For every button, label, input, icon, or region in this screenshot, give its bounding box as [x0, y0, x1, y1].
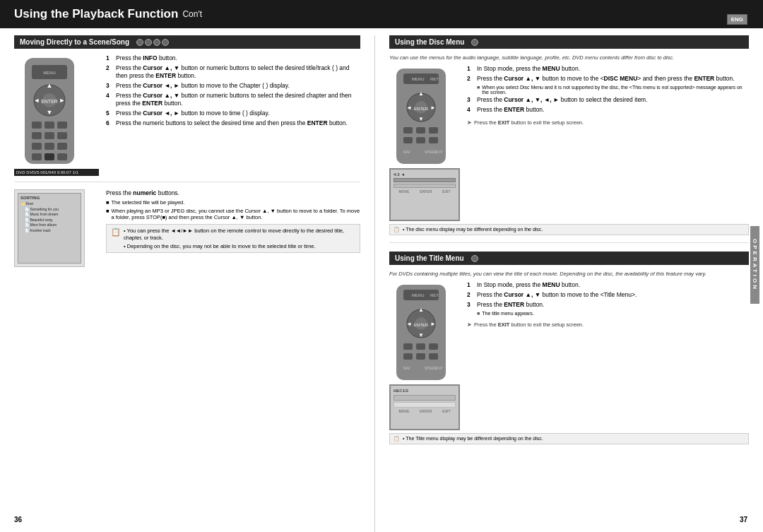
- disc-step-4: 4 Press the ENTER button.: [467, 106, 749, 114]
- svg-rect-34: [416, 127, 425, 134]
- svg-text:►: ►: [430, 321, 436, 327]
- svg-text:▲: ▲: [418, 90, 424, 97]
- page-number-left: 36: [14, 516, 22, 524]
- svg-rect-35: [429, 127, 438, 134]
- sub-inner: SORTING 📁 Root 📄 Something for you 📄 Mus…: [14, 189, 360, 267]
- disc-menu-remote: MENU RET ENTER ▲ ▼ ◄ ►: [389, 65, 453, 164]
- left-remote-column: MENU ENTER ▲ ▼ ◄ ►: [14, 54, 99, 176]
- svg-text:▲: ▲: [418, 307, 424, 313]
- svg-text:◄: ◄: [406, 105, 412, 111]
- disc-tv-label: 4:3 ◄: [394, 172, 456, 177]
- svg-rect-18: [57, 143, 67, 150]
- disc-menu-icon: [471, 39, 478, 46]
- svg-rect-16: [32, 143, 42, 150]
- svg-rect-36: [403, 137, 413, 143]
- title-bullet-text: • The Title menu display may be differen…: [403, 436, 543, 442]
- title-menu-bar-2: [394, 402, 456, 408]
- title-menu-steps: 1 In Stop mode, press the MENU button. 2…: [467, 281, 749, 316]
- svg-text:►: ►: [59, 97, 66, 104]
- step-4: 4 Press the Cursor ▲, ▼ button or numeri…: [106, 92, 360, 107]
- disc-menu-steps: 1 In Stop mode, press the MENU button. 2…: [467, 65, 749, 114]
- svg-text:▼: ▼: [418, 332, 424, 338]
- svg-text:►: ►: [430, 105, 436, 111]
- svg-rect-38: [429, 137, 438, 143]
- right-section: Using the Disc Menu You can use the menu…: [374, 35, 749, 532]
- title-step-3-sub: ■ The title menu appears.: [477, 311, 749, 316]
- title-menu-title: Using the Title Menu: [395, 254, 464, 262]
- sub-note-1: ■ The selected file will be played.: [106, 199, 360, 206]
- dvd-icon: [136, 39, 143, 46]
- note-content: • You can press the ◄◄/►► button on the …: [124, 227, 355, 249]
- left-divider: [14, 182, 360, 182]
- svg-text:MENU: MENU: [412, 293, 425, 297]
- disc-tv-screen: 4:3 ◄ MOVE ENTER EXIT: [389, 168, 460, 221]
- disc-menu-bar-2: [394, 184, 456, 188]
- note-icon: 📋: [111, 227, 121, 249]
- disc-menu-remote-col: MENU RET ENTER ▲ ▼ ◄ ►: [389, 65, 460, 165]
- playback-status: DVD DVD/S 001/040 0:00:07 1/1: [16, 170, 78, 175]
- title-tv-screen: HEC1/2 MOVE ENTER EXIT: [389, 384, 460, 430]
- page-number-right: 37: [740, 516, 747, 524]
- page-title-bar: Using the Playback Function Con't: [0, 0, 763, 28]
- svg-rect-37: [416, 137, 425, 143]
- svg-rect-33: [403, 127, 413, 134]
- page-title-suffix: Con't: [182, 9, 202, 19]
- step-6: 6 Press the numeric buttons to select th…: [106, 119, 360, 127]
- title-bullet-icon: 📋: [394, 436, 400, 442]
- title-menu-intro: For DVDs containing multiple titles, you…: [389, 271, 749, 277]
- svg-rect-58: [429, 353, 438, 360]
- svg-text:◄: ◄: [406, 321, 412, 327]
- sub-note-2: ■ When playing an MP3 or JPEG disc, you …: [106, 208, 360, 220]
- svg-rect-54: [416, 343, 425, 350]
- title-menu-inner: MENU RET ENTER ▲ ▼ ◄ ►: [389, 281, 749, 382]
- eng-badge: ENG: [727, 14, 747, 25]
- svg-rect-57: [416, 353, 425, 360]
- sub-remote-col: SORTING 📁 Root 📄 Something for you 📄 Mus…: [14, 189, 99, 267]
- svg-text:ENTER: ENTER: [41, 99, 58, 104]
- steps-list: 1 Press the INFO button. 2 Press the Cur…: [106, 54, 360, 127]
- disc-step-1: 1 In Stop mode, press the MENU button.: [467, 65, 749, 73]
- disc-step-2: 2 Press the Cursor ▲, ▼ button to move t…: [467, 75, 749, 83]
- operation-badge: OPERATION: [750, 226, 759, 304]
- title-menu-remote-col: MENU RET ENTER ▲ ▼ ◄ ►: [389, 281, 460, 382]
- disc-bullet-note: 📋 • The disc menu display may be differe…: [389, 224, 749, 235]
- svg-rect-13: [32, 132, 42, 139]
- svg-text:▼: ▼: [47, 109, 53, 116]
- remote-illustration: MENU ENTER ▲ ▼ ◄ ►: [14, 54, 85, 167]
- playback-bar: DVD DVD/S 001/040 0:00:07 1/1: [14, 169, 99, 176]
- svg-rect-15: [57, 132, 67, 139]
- disc-menu-title: Using the Disc Menu: [395, 38, 464, 46]
- title-tv-label: HEC1/2: [394, 389, 456, 393]
- svg-text:ENTER: ENTER: [414, 107, 429, 111]
- exit-arrow-icon: ➤: [467, 119, 472, 126]
- svg-rect-14: [45, 132, 54, 139]
- svg-rect-56: [403, 353, 413, 360]
- disc-menu-steps-col: 1 In Stop mode, press the MENU button. 2…: [467, 65, 749, 165]
- title-menu-icon: [471, 255, 478, 262]
- disc-menu-header: Using the Disc Menu: [389, 35, 749, 49]
- dms1-icon: [153, 39, 160, 46]
- disc-step-3: 3 Press the Cursor ▲, ▼, ◄, ► button to …: [467, 96, 749, 104]
- svg-text:MENU: MENU: [412, 77, 425, 81]
- svg-text:MENU: MENU: [43, 71, 56, 75]
- title-menu-steps-col: 1 In Stop mode, press the MENU button. 2…: [467, 281, 749, 382]
- svg-text:▼: ▼: [418, 116, 424, 122]
- disc-menu-bar-1: [394, 178, 456, 182]
- svg-text:RET: RET: [430, 77, 439, 81]
- title-menu-bar-1: [394, 395, 456, 401]
- disc-menu-intro: You can use the menus for the audio lang…: [389, 54, 749, 61]
- svg-text:EXIT: EXIT: [435, 150, 443, 154]
- step-3: 3 Press the Cursor ◄, ► button to move t…: [106, 82, 360, 90]
- left-section: Moving Directly to a Scene/Song MENU: [14, 35, 360, 532]
- disc-step-2-sub: ■ When you select Disc Menu and it is no…: [477, 85, 749, 95]
- sub-label: Press the numeric buttons.: [106, 189, 360, 196]
- svg-rect-53: [403, 343, 413, 350]
- sub-section: SORTING 📁 Root 📄 Something for you 📄 Mus…: [14, 189, 360, 267]
- title-exit-note: ➤ Press the EXIT button to exit the setu…: [467, 321, 749, 328]
- disc-menu-inner: MENU RET ENTER ▲ ▼ ◄ ►: [389, 65, 749, 165]
- title-step-2: 2 Press the Cursor ▲, ▼ button to move t…: [467, 291, 749, 299]
- sub-screen-title: SORTING: [20, 196, 78, 200]
- disc-exit-note: ➤ Press the EXIT button to exit the setu…: [467, 119, 749, 126]
- disc-bullet-text: • The disc menu display may be different…: [403, 227, 543, 232]
- svg-text:EXIT: EXIT: [435, 366, 443, 370]
